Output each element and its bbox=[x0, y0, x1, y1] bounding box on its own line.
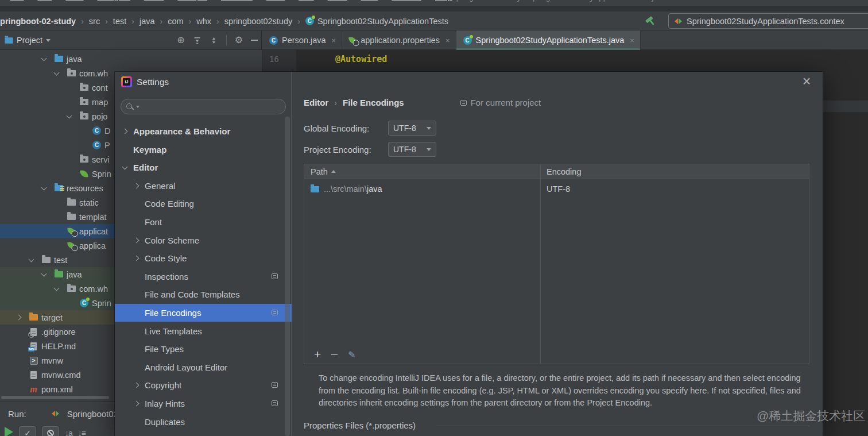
menu-item-edit[interactable]: Edit bbox=[30, 0, 59, 1]
hide-panel-icon[interactable] bbox=[251, 40, 258, 41]
menu-item-analyze[interactable]: Analyze bbox=[170, 0, 214, 1]
chevron-down-icon[interactable] bbox=[122, 164, 128, 169]
editor-tab[interactable]: CSpringboot02StudyApplicationTests.java× bbox=[456, 30, 641, 50]
settings-tree-item[interactable]: Duplicates bbox=[115, 413, 292, 431]
menu-item-code[interactable]: Code bbox=[137, 0, 171, 1]
chevron-down-icon[interactable] bbox=[41, 55, 47, 61]
chevron-right-icon[interactable] bbox=[122, 129, 128, 134]
menu-item-window[interactable]: Window bbox=[385, 0, 428, 1]
breadcrumb-item[interactable]: com bbox=[168, 17, 183, 26]
settings-search-input[interactable] bbox=[121, 99, 286, 114]
menu-item-navigate[interactable]: Navigate bbox=[91, 0, 137, 1]
project-tree-item[interactable]: java bbox=[0, 52, 262, 66]
settings-tree-item[interactable]: Keymap bbox=[115, 141, 292, 159]
show-ignored-button[interactable] bbox=[42, 426, 59, 436]
editor-tab[interactable]: application.properties× bbox=[342, 30, 456, 50]
settings-breadcrumb: Editor › File Encodings For current proj… bbox=[304, 98, 541, 107]
project-icon bbox=[5, 37, 13, 43]
settings-tree-item[interactable]: File Encodings bbox=[115, 304, 292, 322]
settings-tree-item[interactable]: General bbox=[115, 177, 292, 195]
settings-tree-item[interactable]: Android Layout Editor bbox=[115, 358, 292, 376]
settings-item-label: Color Scheme bbox=[145, 236, 199, 245]
settings-tree-item[interactable]: File Types bbox=[115, 340, 292, 358]
settings-tree-item[interactable]: File and Code Templates bbox=[115, 285, 292, 303]
tab-close-icon[interactable]: × bbox=[332, 36, 336, 45]
chevron-down-icon bbox=[427, 148, 431, 151]
chevron-down-icon[interactable] bbox=[41, 184, 47, 190]
chevron-down-icon[interactable] bbox=[54, 70, 60, 75]
sort-ascending-icon bbox=[331, 170, 336, 173]
settings-tree-item[interactable]: Color Scheme bbox=[115, 231, 292, 249]
settings-gear-icon[interactable]: ⚙ bbox=[235, 36, 243, 45]
locate-file-icon[interactable]: ⊕ bbox=[177, 36, 184, 45]
chevron-down-icon[interactable] bbox=[41, 271, 47, 276]
settings-tree-item[interactable]: Inlay Hints bbox=[115, 395, 292, 412]
breadcrumb-item[interactable]: src bbox=[89, 17, 100, 26]
menu-item-view[interactable]: View bbox=[59, 0, 90, 1]
run-configuration-label: Springboot02StudyApplicationTests.contex bbox=[687, 17, 844, 26]
path-column-header[interactable]: Path bbox=[311, 167, 328, 176]
menu-item-file[interactable]: File bbox=[3, 0, 30, 1]
global-encoding-select[interactable]: UTF-8 bbox=[388, 121, 436, 136]
collapse-all-icon[interactable] bbox=[210, 36, 218, 45]
remove-icon[interactable] bbox=[331, 354, 338, 355]
tab-close-icon[interactable]: × bbox=[630, 36, 634, 45]
chevron-right-icon[interactable] bbox=[134, 256, 140, 261]
breadcrumb-item[interactable]: whx bbox=[196, 17, 211, 26]
breadcrumb-item[interactable]: java bbox=[140, 17, 155, 26]
search-icon bbox=[126, 103, 134, 111]
settings-tree-item[interactable]: Inspections bbox=[115, 268, 292, 285]
settings-item-label: Android Layout Editor bbox=[145, 362, 227, 372]
chevron-down-icon[interactable] bbox=[29, 256, 34, 262]
menu-item-run[interactable]: Run bbox=[292, 0, 321, 1]
package-icon bbox=[67, 70, 76, 76]
encoding-column-header[interactable]: Encoding bbox=[547, 167, 581, 176]
encoding-table-row[interactable]: ...\src\main\java UTF-8 bbox=[304, 180, 809, 198]
tree-item-label: java bbox=[67, 270, 82, 279]
breadcrumb-parent[interactable]: Editor bbox=[304, 98, 328, 107]
settings-tree-item[interactable]: Code Style bbox=[115, 249, 292, 267]
sort-by-duration-icon[interactable]: ↓≡ bbox=[78, 429, 86, 436]
chevron-slot bbox=[55, 72, 67, 75]
settings-tree-item[interactable]: Live Templates bbox=[115, 322, 292, 340]
settings-tree-scrollbar[interactable] bbox=[285, 117, 290, 436]
settings-tree-item[interactable]: Copyright bbox=[115, 376, 292, 394]
menu-item-tools[interactable]: Tools bbox=[321, 0, 354, 1]
expand-all-icon[interactable] bbox=[193, 36, 202, 45]
menu-item-vcs[interactable]: VCS bbox=[354, 0, 385, 1]
breadcrumb-item[interactable]: test bbox=[113, 17, 126, 26]
package-icon bbox=[67, 285, 76, 292]
build-hammer-icon[interactable] bbox=[644, 14, 657, 27]
settings-tree-item[interactable]: Font bbox=[115, 213, 292, 231]
icon-slot bbox=[54, 271, 64, 277]
chevron-right-icon[interactable] bbox=[134, 383, 140, 388]
section-divider bbox=[436, 426, 809, 426]
settings-tree-item[interactable]: Code Editing bbox=[115, 195, 292, 213]
sort-alphabetically-icon[interactable]: ↓a bbox=[65, 429, 72, 436]
tab-label: Springboot02StudyApplicationTests.java bbox=[476, 36, 625, 45]
tab-close-icon[interactable]: × bbox=[445, 36, 450, 45]
edit-pencil-icon[interactable]: ✎ bbox=[348, 349, 355, 360]
menu-item-refactor[interactable]: Refactor bbox=[214, 0, 259, 1]
chevron-right-icon[interactable] bbox=[16, 315, 22, 321]
chevron-down-icon[interactable] bbox=[67, 113, 72, 118]
settings-tree-item[interactable]: Editor bbox=[115, 159, 292, 176]
settings-tree-item[interactable]: Appearance & Behavior bbox=[115, 122, 292, 140]
menu-item-build[interactable]: Build bbox=[259, 0, 292, 1]
chevron-down-icon[interactable] bbox=[54, 285, 60, 291]
rerun-play-icon[interactable] bbox=[5, 427, 13, 436]
add-icon[interactable]: + bbox=[314, 349, 321, 360]
project-encoding-select[interactable]: UTF-8 bbox=[388, 142, 436, 157]
encoding-table-header[interactable]: Path Encoding bbox=[304, 164, 809, 179]
show-passed-button[interactable]: ✓ bbox=[19, 426, 36, 436]
chevron-right-icon[interactable] bbox=[134, 401, 140, 407]
project-panel-header[interactable]: Project ⊕ ⚙ bbox=[0, 30, 262, 50]
breadcrumb-item[interactable]: springboot02study bbox=[224, 17, 293, 26]
run-configuration-select[interactable]: Springboot02StudyApplicationTests.contex bbox=[668, 13, 868, 29]
breadcrumb-item[interactable]: Springboot02StudyApplicationTests bbox=[317, 17, 448, 26]
chevron-right-icon[interactable] bbox=[134, 238, 140, 244]
chevron-right-icon[interactable] bbox=[134, 183, 140, 189]
breadcrumb-item[interactable]: springboot-02-study bbox=[0, 17, 76, 26]
editor-tab[interactable]: CPerson.java× bbox=[262, 30, 342, 50]
horizontal-scrollbar[interactable] bbox=[1, 396, 109, 399]
